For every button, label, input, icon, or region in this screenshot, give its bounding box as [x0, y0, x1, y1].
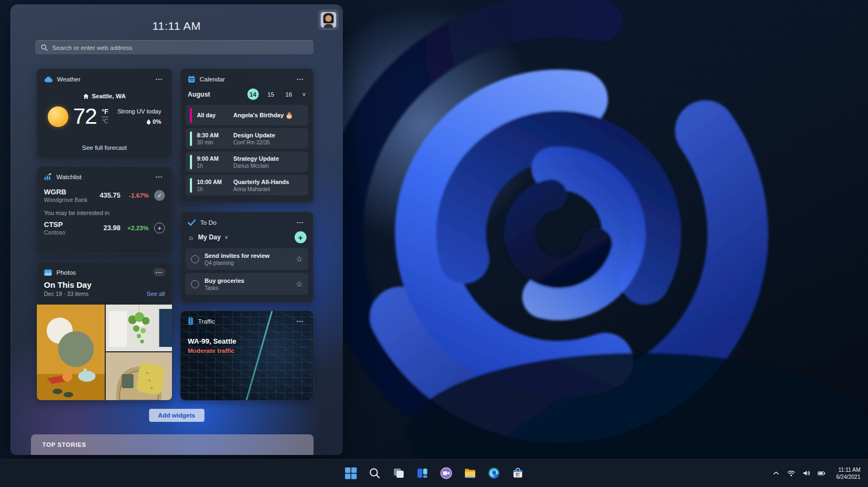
panel-clock: 11:11 AM	[10, 20, 343, 33]
traffic-widget[interactable]: Traffic ••• WA-99, Seattle Moderate traf…	[180, 311, 314, 401]
event-color-bar	[190, 108, 192, 123]
precipitation-value: 0%	[152, 118, 161, 125]
calendar-more-button[interactable]: •••	[294, 75, 307, 83]
traffic-status: Moderate traffic	[188, 347, 313, 354]
task-list: Send invites for review Q4 planning ☆ Bu…	[186, 248, 308, 295]
task-star-icon[interactable]: ☆	[296, 255, 303, 263]
file-explorer-icon	[464, 467, 476, 479]
weather-more-button[interactable]: •••	[153, 75, 165, 83]
file-explorer-button[interactable]	[461, 463, 479, 484]
see-all-link[interactable]: See all	[146, 290, 165, 297]
watchlist-added-check-icon[interactable]: ✓	[154, 190, 165, 201]
add-task-button[interactable]: +	[295, 231, 307, 243]
windows-start-icon	[344, 467, 357, 479]
photo-thumbnail[interactable]	[106, 305, 172, 351]
system-tray: 11:11 AM 6/24/2021	[770, 459, 863, 487]
stock-symbol: CTSP	[44, 220, 92, 229]
event-title: Design Update	[233, 132, 275, 138]
search-input[interactable]	[52, 45, 308, 51]
date-chip-14[interactable]: 14	[247, 88, 259, 100]
photos-heading: On This Day	[44, 280, 165, 289]
photos-subheading: Dec 18 · 33 items	[44, 290, 146, 297]
traffic-title: Traffic	[198, 318, 215, 325]
traffic-light-icon	[188, 317, 194, 325]
photo-thumbnail[interactable]	[37, 305, 105, 400]
stock-row[interactable]: WGRB Woodgrove Bank 435.75 -1.67% ✓	[44, 188, 165, 203]
avatar-image	[321, 12, 336, 28]
event-color-bar	[190, 155, 192, 169]
todo-check-icon	[188, 219, 196, 226]
event-row[interactable]: 8:30 AM 30 min Design Update Conf Rm 32/…	[186, 128, 308, 149]
task-complete-circle[interactable]	[191, 280, 199, 288]
unit-celsius[interactable]: °C	[102, 117, 108, 124]
traffic-route: WA-99, Seattle	[188, 337, 313, 345]
stock-change: +2.23%	[120, 225, 149, 231]
photos-more-button[interactable]: •••	[153, 268, 165, 276]
weather-location-row[interactable]: Seattle, WA	[37, 93, 172, 99]
hanging-plant-photo	[106, 305, 172, 351]
taskbar: 11:11 AM 6/24/2021	[0, 459, 868, 487]
unit-toggle[interactable]: °F °C	[101, 109, 108, 124]
desktop: 11:11 AM Weather	[0, 0, 868, 487]
web-search-bar[interactable]	[35, 40, 314, 54]
date-chip-15[interactable]: 15	[265, 88, 277, 100]
traffic-more-button[interactable]: •••	[294, 317, 307, 325]
event-row[interactable]: 9:00 AM 1h Strategy Update Darius Mcclai…	[186, 151, 308, 172]
photo-thumbnail[interactable]	[106, 352, 172, 400]
weather-location: Seattle, WA	[92, 93, 126, 99]
tray-chevron-up-icon[interactable]	[770, 466, 782, 481]
chat-button[interactable]	[437, 463, 455, 484]
wifi-icon[interactable]	[786, 466, 797, 481]
task-row[interactable]: Send invites for review Q4 planning ☆	[186, 248, 308, 270]
volume-icon[interactable]	[801, 466, 813, 481]
event-row[interactable]: 10:00 AM 1h Quarterly All-Hands Arina Ma…	[186, 175, 308, 195]
photos-widget: Photos ••• On This Day Dec 18 · 33 items…	[36, 262, 173, 401]
photos-icon	[44, 269, 52, 276]
my-day-sun-icon: ☼	[188, 233, 194, 242]
unit-fahrenheit[interactable]: °F	[101, 109, 108, 117]
tray-clock[interactable]: 11:11 AM 6/24/2021	[834, 465, 863, 482]
watchlist-title: Watchlist	[56, 174, 81, 180]
weather-current: 72 °F °C Strong UV today 0%	[37, 104, 172, 129]
event-duration: 30 min	[197, 140, 228, 146]
widgets-panel: 11:11 AM Weather	[10, 4, 343, 455]
stock-row[interactable]: CTSP Contoso 23.98 +2.23% +	[44, 220, 165, 236]
stock-price: 23.98	[92, 224, 120, 232]
sun-icon	[48, 106, 68, 127]
calendar-icon	[188, 75, 195, 83]
task-subtitle: Tasks	[205, 285, 290, 291]
task-complete-circle[interactable]	[191, 255, 199, 263]
widgets-button[interactable]	[413, 463, 431, 484]
top-stories-section[interactable]: TOP STORIES	[31, 434, 314, 455]
task-view-button[interactable]	[389, 463, 407, 484]
store-icon	[512, 467, 524, 479]
store-button[interactable]	[508, 463, 527, 484]
add-widgets-button[interactable]: Add widgets	[149, 409, 204, 422]
add-to-watchlist-button[interactable]: +	[154, 223, 165, 233]
date-chip-16[interactable]: 16	[283, 88, 295, 100]
weather-title: Weather	[57, 76, 80, 83]
event-row[interactable]: All day Angela's Birthday 🎂	[186, 105, 308, 125]
battery-icon[interactable]	[816, 466, 828, 481]
calendar-month: August	[188, 91, 241, 98]
event-time: 9:00 AM	[197, 155, 228, 162]
todo-list-selector[interactable]: ☼ My Day ∨ +	[188, 231, 307, 243]
edge-button[interactable]	[484, 463, 503, 484]
event-subtitle: Darius Mcclain	[233, 163, 279, 169]
event-time: All day	[197, 112, 228, 118]
event-title: Quarterly All-Hands	[233, 179, 289, 185]
watchlist-more-button[interactable]: •••	[153, 173, 165, 181]
task-view-icon	[392, 467, 405, 479]
start-button[interactable]	[341, 463, 360, 484]
edge-icon	[488, 467, 500, 479]
see-full-forecast-link[interactable]: See full forecast	[37, 144, 172, 151]
calendar-expand-chevron-icon[interactable]: ∨	[302, 91, 306, 97]
task-star-icon[interactable]: ☆	[296, 280, 303, 288]
user-avatar[interactable]	[318, 10, 339, 30]
taskbar-search-button[interactable]	[365, 463, 384, 484]
task-row[interactable]: Buy groceries Tasks ☆	[186, 273, 308, 295]
calendar-events: All day Angela's Birthday 🎂 8:30 AM 30 m…	[186, 105, 308, 195]
todo-more-button[interactable]: •••	[294, 218, 307, 226]
stock-price: 435.75	[92, 192, 120, 199]
event-title: Strategy Update	[233, 155, 279, 162]
